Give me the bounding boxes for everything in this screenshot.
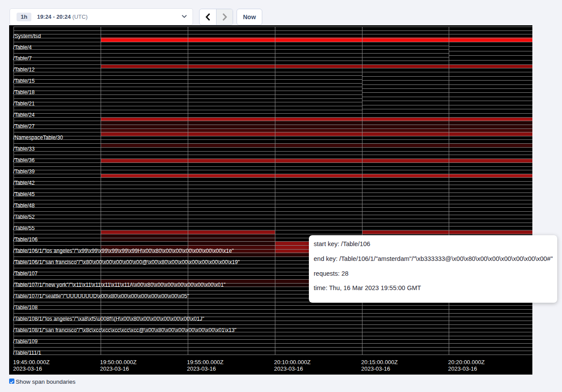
svg-text:/Table/27: /Table/27 (13, 123, 35, 129)
svg-text:/Table/15: /Table/15 (13, 78, 35, 84)
svg-text:/Table/7: /Table/7 (13, 55, 32, 61)
svg-text:/Table/18: /Table/18 (13, 89, 35, 95)
svg-text:/System/tsd: /System/tsd (13, 33, 41, 39)
svg-text:/Table/108/1/"san francisco"/": /Table/108/1/"san francisco"/"\x8c\xcc\x… (13, 327, 237, 333)
svg-text:/Table/108/1/"los angeles"/"\x: /Table/108/1/"los angeles"/"\xa8\xf5\u00… (13, 316, 204, 322)
svg-text:/Table/4: /Table/4 (13, 44, 32, 51)
svg-text:/Table/106/1/"san francisco"/": /Table/106/1/"san francisco"/"\x80\x00\x… (13, 259, 240, 265)
svg-text:/Table/33: /Table/33 (13, 146, 35, 152)
svg-text:/NamespaceTable/30: /NamespaceTable/30 (13, 135, 63, 141)
svg-text:/Table/21: /Table/21 (13, 101, 35, 107)
svg-text:/Table/36: /Table/36 (13, 157, 35, 163)
svg-text:2023-03-16: 2023-03-16 (100, 365, 129, 372)
svg-text:2023-03-16: 2023-03-16 (361, 365, 390, 372)
svg-text:19:45:00.000Z: 19:45:00.000Z (13, 359, 50, 365)
svg-text:/Table/107/1/"new york"/"\x11\: /Table/107/1/"new york"/"\x11\x11\x11\x1… (13, 282, 226, 288)
svg-text:/Table/108: /Table/108 (13, 304, 37, 311)
svg-text:/Table/109: /Table/109 (13, 338, 37, 345)
svg-text:/Table/52: /Table/52 (13, 214, 35, 220)
svg-text:/Table/55: /Table/55 (13, 225, 35, 231)
svg-text:/Table/107/1/"seattle"/"UUUUUU: /Table/107/1/"seattle"/"UUUUUUUD\x00\x80… (13, 293, 189, 299)
svg-text:20:15:00.000Z: 20:15:00.000Z (361, 359, 398, 365)
svg-text:/Table/106: /Table/106 (13, 237, 37, 243)
svg-text:19:55:00.000Z: 19:55:00.000Z (187, 359, 223, 365)
svg-text:2023-03-16: 2023-03-16 (187, 365, 216, 372)
svg-text:/Table/45: /Table/45 (13, 191, 35, 197)
svg-text:/Table/111/1: /Table/111/1 (13, 350, 41, 356)
svg-text:/Table/24: /Table/24 (13, 112, 35, 118)
svg-text:/Table/39: /Table/39 (13, 169, 35, 175)
svg-text:19:50:00.000Z: 19:50:00.000Z (100, 359, 137, 365)
svg-text:/Table/107: /Table/107 (13, 270, 37, 277)
svg-text:/Table/42: /Table/42 (13, 180, 35, 186)
svg-text:2023-03-16: 2023-03-16 (448, 365, 477, 372)
svg-text:/Table/48: /Table/48 (13, 203, 35, 209)
svg-text:2023-03-16: 2023-03-16 (13, 365, 42, 372)
svg-text:2023-03-16: 2023-03-16 (274, 365, 303, 372)
svg-text:/Table/106/1/"los angeles"/"\x: /Table/106/1/"los angeles"/"\x99\x99\x99… (13, 248, 234, 254)
svg-text:/Table/12: /Table/12 (13, 67, 35, 73)
svg-text:20:10:00.000Z: 20:10:00.000Z (274, 359, 311, 365)
svg-text:20:20:00.000Z: 20:20:00.000Z (448, 359, 485, 365)
